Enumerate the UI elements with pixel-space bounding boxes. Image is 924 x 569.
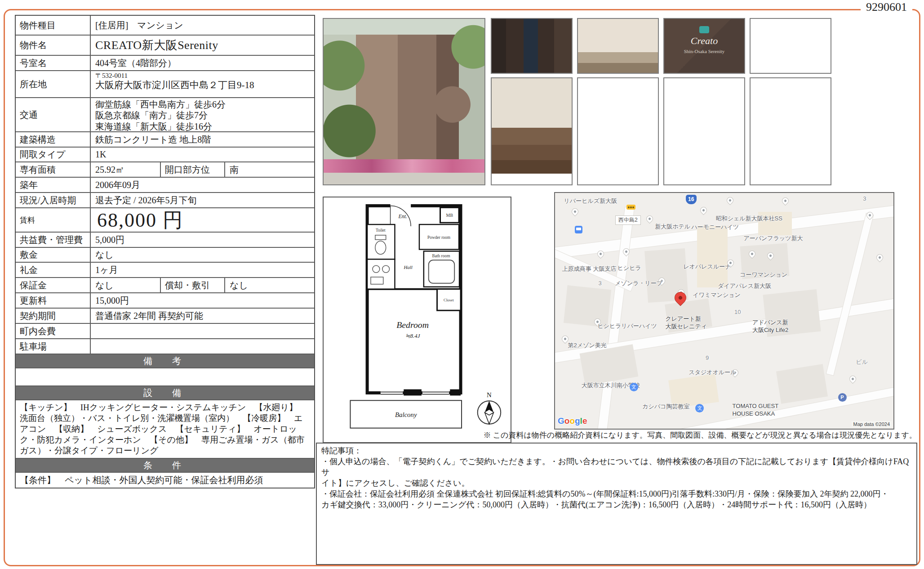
floorplan-drawing: Balcony Ent. MB Powder room Bath room To… <box>324 197 511 442</box>
table-row: 号室名 404号室（4階部分） <box>16 56 314 71</box>
row-value: 5,000円 <box>91 233 314 247</box>
traffic-light-icon <box>626 205 635 210</box>
document-number: 9290601 <box>861 0 912 14</box>
map-label: 新大阪ホテル <box>655 223 690 231</box>
row-label: 間取タイプ <box>16 148 91 161</box>
map-pin-icon <box>780 196 790 206</box>
flower-bed <box>324 159 484 173</box>
map-pin-icon <box>622 247 631 256</box>
map-pin-icon <box>875 253 884 262</box>
notes-line: 特記事項： <box>321 446 912 457</box>
row-value: [住居用] マンション <box>91 16 314 35</box>
property-table: 物件種目 [住居用] マンション 物件名 CREATO新大阪Serenity 号… <box>15 15 315 488</box>
table-row: 所在地 〒532-0011 大阪府大阪市淀川区西中島２丁目9-18 <box>16 71 314 98</box>
row-label: 専有面積 <box>16 162 91 177</box>
map-label: 第2メゾン美光 <box>568 341 607 349</box>
disclaimer-note: ※ この資料は物件の概略紹介資料になります。写真、間取図面、設備、概要などが現況… <box>316 430 917 440</box>
map-label: レオパレスルーナ <box>683 263 731 271</box>
map-pin-icon <box>766 251 775 260</box>
map-label: スタジオオルール <box>689 368 736 376</box>
table-row: 更新料 15,000円 <box>16 293 314 309</box>
map-pin-icon <box>848 374 857 384</box>
row-value: 15,000円 <box>91 293 314 308</box>
map-canvas: リバーヒルズ新大阪西中島2163新大阪ホテルハーモニーハイツ昭和シェル新大阪本社… <box>555 193 893 429</box>
row-value: 1ヶ月 <box>91 263 314 277</box>
table-row: 交通 御堂筋線「西中島南方」徒歩6分 阪急京都線「南方」徒歩7分 東海道線「新大… <box>16 98 314 132</box>
building-exterior-image <box>324 19 484 175</box>
map-number-label: 3 <box>598 280 601 287</box>
map-label: TOMATO GUESTHOUSE OSAKA <box>733 403 779 417</box>
table-row: 敷金 なし <box>16 248 314 263</box>
photo-entrance-exterior <box>491 18 573 74</box>
row-label: 保証金 <box>16 278 91 292</box>
bedroom-size-label: ≒8.4J <box>405 333 421 339</box>
transport-line: 阪急京都線「南方」徒歩7分 <box>95 110 310 121</box>
closet-label: Closet <box>444 298 454 302</box>
row-value <box>91 324 314 338</box>
row-value: なし <box>91 278 160 292</box>
map-label: ハーモニーハイツ <box>691 223 739 231</box>
property-sheet: 9290601 物件種目 [住居用] マンション 物件名 CREATO新大阪Se… <box>0 0 924 569</box>
photo-building-exterior <box>323 18 485 185</box>
bedroom-label: Bedroom <box>396 320 429 330</box>
school-icon: 文 <box>695 404 704 412</box>
table-row: 物件種目 [住居用] マンション <box>16 16 314 36</box>
balcony-label: Balcony <box>395 411 417 418</box>
row-label: 物件種目 <box>16 16 91 35</box>
photo-placeholder-empty <box>577 77 659 185</box>
table-row: 現況/入居時期 退去予定 / 2026年5月下旬 <box>16 193 314 208</box>
photo-interior-room <box>577 18 659 74</box>
section-header-conditions: 条 件 <box>16 459 314 473</box>
entrance-hall-image <box>492 78 572 174</box>
row-label: 礼金 <box>16 263 91 277</box>
photo-placeholder-empty <box>750 77 831 185</box>
row-label: 築年 <box>16 178 91 192</box>
row-value: 1K <box>91 148 314 161</box>
map-pin-icon <box>699 206 708 215</box>
table-row: 礼金 1ヶ月 <box>16 263 314 278</box>
map-label: アーバンフラッツ新大 <box>743 234 803 242</box>
row-value: 退去予定 / 2026年5月下旬 <box>91 193 314 207</box>
postal-code: 〒532-0011 <box>95 72 310 80</box>
creato-sign-subtitle: Shin-Osaka Serenity <box>664 49 744 54</box>
row-value: 普通借家 2年間 再契約可能 <box>91 309 314 323</box>
table-row: 間取タイプ 1K <box>16 148 314 162</box>
creato-logo-icon <box>699 26 709 33</box>
interior-window-image <box>751 19 831 73</box>
photo-entrance-hall <box>491 77 573 185</box>
row-label: 敷金 <box>16 248 91 262</box>
map-label: カシバコ陶芸教室 <box>642 403 689 411</box>
row-label: 町内会費 <box>16 324 91 338</box>
transport-line: 東海道線「新大阪」徒歩16分 <box>95 121 310 132</box>
row-value: 〒532-0011 大阪府大阪市淀川区西中島２丁目9-18 <box>91 71 314 97</box>
table-row: 町内会費 <box>16 324 314 339</box>
location-map[interactable]: リバーヒルズ新大阪西中島2163新大阪ホテルハーモニーハイツ昭和シェル新大阪本社… <box>554 192 894 430</box>
map-pin-icon <box>644 214 654 224</box>
notes-line: ・保証会社：保証会社利用必須 全保連株式会社 初回保証料:総賃料の50%～(年間… <box>321 489 912 500</box>
conditions-content: 【条件】 ペット相談・外国人契約可能・保証会社利用必須 <box>16 473 314 488</box>
bus-icon <box>575 226 582 233</box>
map-label: ヒシヒラリバーハイツ <box>597 322 657 330</box>
map-label: ヒシヒラ <box>617 264 641 272</box>
map-label: 昭和シェル新大阪本社SS <box>716 215 782 223</box>
row-label: 駐車場 <box>16 339 91 354</box>
map-label: 上原成商事 大阪支店 <box>562 265 617 273</box>
notes-line: カギ鍵交換代：33,000円・クリーニング代：50,000円（入居時）・抗菌代(… <box>321 500 912 511</box>
row-label: 契約期間 <box>16 309 91 323</box>
special-notes-box: 特記事項： ・個人申込の場合、「電子契約くん」でご契約いただきます。・お問い合わ… <box>316 443 917 565</box>
remarks-content <box>16 368 314 386</box>
meter-box-label: MB <box>446 213 453 218</box>
interior-room-image <box>578 19 658 73</box>
row-value: 南 <box>225 162 314 177</box>
row-label: 賃料 <box>16 208 91 232</box>
notes-line: イト】にアクセスし、ご確認ください。 <box>321 478 912 489</box>
map-number-label: 10 <box>734 309 741 315</box>
table-row: 共益費・管理費 5,000円 <box>16 233 314 248</box>
table-row: 築年 2006年09月 <box>16 178 314 193</box>
row-value: CREATO新大阪Serenity <box>91 36 314 55</box>
creato-sign-image: Creato Shin-Osaka Serenity <box>664 19 744 73</box>
google-logo: Google <box>558 416 587 426</box>
map-pin-icon <box>725 196 735 205</box>
table-row: 建築構造 鉄筋コンクリート造 地上8階 <box>16 132 314 148</box>
equipment-content: 【キッチン】 IHクッキングヒーター・システムキッチン 【水廻り】 洗面台（独立… <box>16 400 314 459</box>
